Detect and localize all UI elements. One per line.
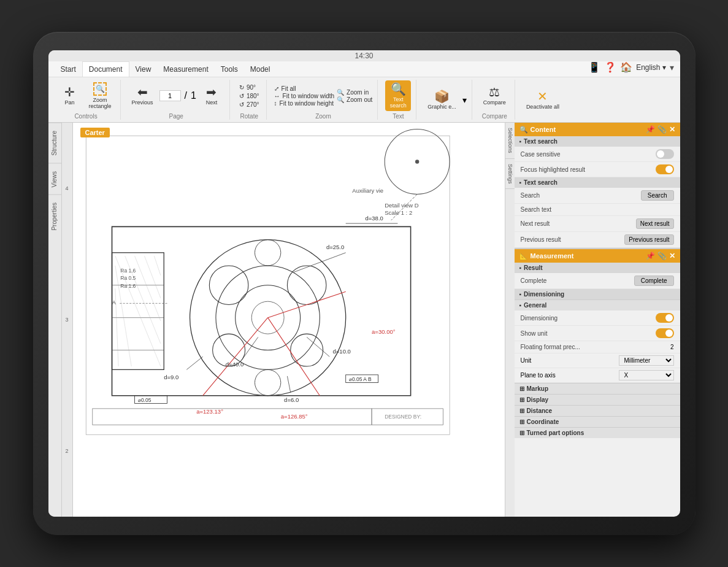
text-search-icon: 🔍	[391, 83, 406, 95]
settings-tab[interactable]: Settings	[505, 159, 515, 190]
next-result-row: Next result Next result	[515, 216, 680, 232]
m-close-icon[interactable]: ✕	[669, 252, 675, 260]
compare-button[interactable]: ⚖ Compare	[480, 83, 510, 108]
focus-highlighted-toggle[interactable]	[656, 164, 674, 174]
menu-document[interactable]: Document	[82, 61, 129, 77]
m-bell-icon[interactable]: 📎	[657, 252, 667, 260]
text-items: 🔍 Textsearch	[385, 80, 411, 112]
compare-label: Compare	[483, 99, 506, 106]
fit-width-label: Fit to window width	[283, 93, 334, 99]
toolbar-text-group: 🔍 Textsearch Text	[380, 80, 416, 120]
dim-collapse-icon: ▪	[519, 291, 522, 298]
zoom-out-label: Zoom out	[347, 96, 372, 103]
drawing-area[interactable]: Carter 4 3 2 Detail view D	[62, 123, 515, 517]
turned-part-header[interactable]: ⊞ Turned part options	[515, 427, 680, 438]
svg-point-47	[415, 160, 418, 163]
rotate-90-button[interactable]: ↻ 90°	[237, 83, 261, 91]
deactivate-all-button[interactable]: ✕ Deactivate all	[523, 88, 563, 112]
menu-model[interactable]: Model	[244, 61, 277, 77]
complete-row: Complete Complete	[515, 273, 680, 289]
menu-bar: Start Document View Measurement Tools Mo…	[48, 61, 680, 77]
show-unit-toggle[interactable]	[656, 328, 674, 338]
chevron-down-icon: ▾	[662, 63, 666, 72]
complete-button[interactable]: Complete	[634, 276, 674, 286]
plane-to-axis-select[interactable]: X Y Z	[619, 370, 674, 380]
next-result-button[interactable]: Next result	[636, 218, 674, 229]
plane-to-axis-label: Plane to axis	[521, 372, 556, 379]
zoom-out-button[interactable]: 🔍 Zoom out	[337, 96, 372, 103]
svg-text:a=30.00°: a=30.00°	[372, 328, 396, 335]
device-icon[interactable]: 📱	[588, 61, 600, 73]
structure-tab[interactable]: Structure	[48, 123, 61, 163]
fit-width-icon: ↔	[274, 93, 280, 99]
fit-height-button[interactable]: ↕ Fit to window height	[274, 100, 334, 107]
previous-page-button[interactable]: ⬅ Previous	[128, 83, 157, 108]
markup-header[interactable]: ⊞ Markup	[515, 383, 680, 394]
text-search-button[interactable]: 🔍 Textsearch	[385, 80, 411, 111]
fit-all-label: Fit all	[282, 85, 296, 92]
floating-format-value: 2	[670, 344, 674, 350]
text-search-1-header: ▪ Text search	[515, 136, 680, 147]
compare-icon: ⚖	[489, 86, 500, 98]
menu-view[interactable]: View	[129, 61, 158, 77]
main-area: Structure Views Properties Carter 4 3 2	[48, 123, 680, 517]
next-page-button[interactable]: ➡ Next	[199, 83, 224, 108]
plane-axis-dropdown-wrapper: X Y Z	[619, 370, 674, 380]
menu-start[interactable]: Start	[55, 61, 82, 77]
menu-tools[interactable]: Tools	[215, 61, 244, 77]
tablet-screen: 14:30 📱 ❓ 🏠 English ▾ ▾ Start Document V…	[48, 50, 680, 517]
page-items: ⬅ Previous / 1 ➡ Next	[128, 80, 224, 112]
pin-icon[interactable]: 📌	[646, 125, 655, 134]
graphic-dropdown-icon[interactable]: ▾	[462, 95, 467, 105]
more-icon[interactable]: ▾	[670, 63, 674, 72]
page-current-input[interactable]	[159, 90, 181, 101]
bell-icon[interactable]: 📎	[657, 125, 667, 134]
case-sensitive-toggle[interactable]	[656, 149, 674, 159]
menu-measurement[interactable]: Measurement	[157, 61, 214, 77]
case-sensitive-label: Case sensitive	[521, 151, 561, 158]
views-tab[interactable]: Views	[48, 163, 61, 195]
rotate-270-icon: ↺	[239, 101, 244, 108]
coordinate-header[interactable]: ⊞ Coordinate	[515, 416, 680, 427]
selections-tab[interactable]: Selections	[505, 123, 515, 159]
prev-result-button[interactable]: Previous result	[624, 234, 673, 245]
rotate-270-button[interactable]: ↺ 270°	[237, 101, 261, 109]
m-pin-icon[interactable]: 📌	[646, 252, 655, 260]
help-icon[interactable]: ❓	[604, 61, 616, 73]
zoom-in-button[interactable]: 🔍 Zoom in	[337, 89, 372, 96]
deactivate-label: Deactivate all	[526, 104, 559, 110]
search-button[interactable]: Search	[641, 190, 674, 201]
zoom-in-out-buttons: 🔍 Zoom in 🔍 Zoom out	[337, 89, 372, 103]
dimensioning-toggle-label: Dimensioning	[521, 315, 558, 322]
account-icon[interactable]: 🏠	[620, 61, 632, 73]
graphic-e-button[interactable]: 📦 Graphic e...	[424, 88, 460, 112]
general-header[interactable]: ▪ General	[515, 299, 680, 310]
rotate-180-button[interactable]: ↺ 180°	[237, 92, 261, 100]
fit-width-button[interactable]: ↔ Fit to window width	[274, 93, 334, 99]
rotate-90-label: 90°	[247, 84, 256, 91]
zoom-in-label: Zoom in	[347, 89, 369, 96]
zoom-rectangle-button[interactable]: 🔍 Zoomrectangle	[85, 80, 115, 112]
unit-row: Unit Millimeter Inch Centimeter	[515, 353, 680, 368]
language-button[interactable]: English ▾	[636, 63, 665, 72]
focus-highlighted-label: Focus highlighted result	[521, 166, 586, 173]
technical-drawing: Detail view D Scale 1 : 2 Auxiliary vie	[73, 123, 515, 447]
ruler-left: 4 3 2	[62, 123, 73, 517]
toolbar-rotate-group: ↻ 90° ↺ 180° ↺ 270° Rotate	[232, 80, 267, 120]
svg-text:a=123.13°: a=123.13°	[196, 408, 223, 415]
close-icon[interactable]: ✕	[669, 125, 675, 134]
language-label: English	[636, 63, 660, 72]
unit-select[interactable]: Millimeter Inch Centimeter	[619, 355, 674, 366]
measurement-panel-actions: 📌 📎 ✕	[646, 252, 675, 260]
distance-header[interactable]: ⊞ Distance	[515, 405, 680, 416]
display-header[interactable]: ⊞ Display	[515, 394, 680, 405]
measurement-icon: 📐	[519, 252, 528, 260]
next-result-label: Next result	[521, 220, 550, 227]
fit-all-button[interactable]: ⤢ Fit all	[274, 85, 334, 92]
dimensioning-toggle[interactable]	[656, 313, 674, 323]
properties-tab[interactable]: Properties	[48, 195, 61, 238]
floating-format-row: Floating format prec... 2	[515, 341, 680, 353]
pan-button[interactable]: ✛ Pan	[57, 83, 83, 108]
zoom-items: ⤢ Fit all ↔ Fit to window width ↕ Fit to…	[274, 80, 373, 112]
svg-text:Auxiliary vie: Auxiliary vie	[352, 187, 383, 194]
